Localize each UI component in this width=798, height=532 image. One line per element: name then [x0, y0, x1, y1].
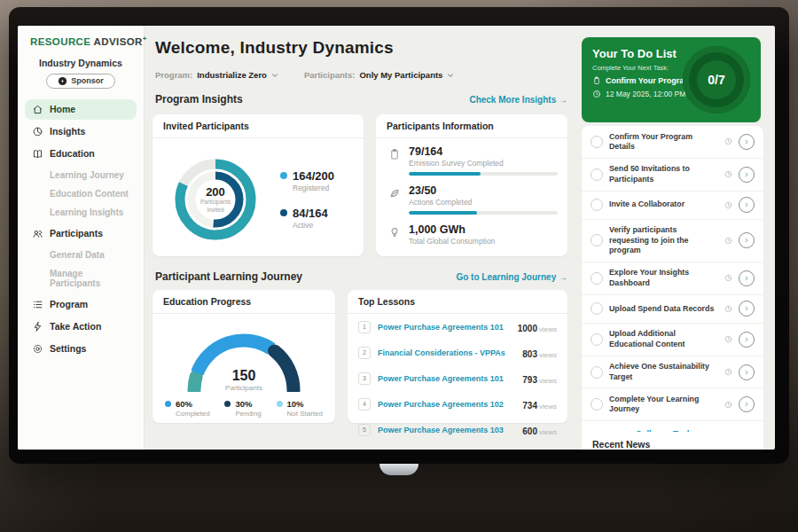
lesson-row: 4 Power Purchase Agreements 102 734views [348, 391, 567, 417]
filters-row: Program: Industrialize Zero Participants… [155, 70, 455, 80]
chevron-down-icon [270, 71, 279, 80]
sidebar-item-program[interactable]: Program [25, 294, 137, 315]
views-suffix: views [539, 377, 557, 385]
dashboard-screen: RESOURCE ADVISOR+ Industry Dynamics Spon… [18, 26, 775, 450]
sidebar-item-home[interactable]: Home [25, 99, 137, 120]
info-value: 1,000 GWh [409, 223, 495, 236]
clock-icon [724, 237, 732, 245]
task-open-button[interactable] [739, 197, 755, 213]
clipboard-icon [388, 148, 401, 160]
task-checkbox[interactable] [591, 366, 603, 379]
task-row[interactable]: Verify participants requesting to join t… [582, 220, 763, 262]
sidebar-item-learning-insights[interactable]: Learning Insights [25, 203, 137, 222]
education-total: 150 [168, 368, 319, 384]
program-dropdown[interactable]: Industrialize Zero [197, 70, 279, 80]
info-row-emission-survey: 79/164 Emission Survey Completed [388, 145, 555, 176]
lesson-row: 5 Power Purchase Agreements 103 600views [348, 417, 567, 442]
go-to-learning-journey-link[interactable]: Go to Learning Journey → [456, 272, 567, 282]
participants-filter-label: Participants: [304, 70, 356, 80]
lesson-link[interactable]: Power Purchase Agreements 103 [378, 426, 522, 434]
info-row-actions: 23/50 Actions Completed [388, 184, 555, 215]
task-open-button[interactable] [739, 332, 755, 348]
legend-label: Active [293, 221, 328, 230]
task-checkbox[interactable] [591, 234, 603, 246]
lesson-link[interactable]: Power Purchase Agreements 101 [378, 374, 522, 383]
sidebar-item-take-action[interactable]: Take Action [25, 317, 137, 337]
participants-dropdown[interactable]: Only My Participants [359, 70, 455, 80]
legend-item-not-started: 10% Not Started [277, 399, 323, 418]
arrow-right-icon: → [559, 272, 567, 282]
task-checkbox[interactable] [591, 272, 603, 285]
sidebar-nav: Home Insights Education Learning Journey… [18, 99, 144, 359]
task-row[interactable]: Upload Spend Data Records [582, 295, 763, 324]
task-checkbox[interactable] [591, 333, 603, 346]
legend-item-completed: 60% Completed [165, 399, 210, 418]
legend-dot [224, 401, 231, 407]
participants-filter: Participants: Only My Participants [304, 70, 456, 80]
app-logo: RESOURCE ADVISOR+ [18, 26, 144, 47]
progress-bar [409, 211, 558, 215]
lesson-link[interactable]: Power Purchase Agreements 101 [378, 323, 518, 332]
sidebar-item-learning-journey[interactable]: Learning Journey [25, 166, 137, 184]
clock-icon [724, 274, 732, 282]
legend-dot [277, 401, 283, 407]
task-row[interactable]: Achieve One Sustainability Target [582, 356, 763, 389]
views-suffix: views [539, 403, 557, 411]
task-row[interactable]: Send 50 Invitations to Participants [582, 159, 763, 192]
task-row[interactable]: Explore Your Insights Dashboard [582, 262, 763, 295]
legend-pct: 10% [287, 399, 323, 409]
lesson-link[interactable]: Power Purchase Agreements 102 [378, 400, 522, 409]
chevron-down-icon [446, 71, 455, 80]
invited-participants-card: Invited Participants 200 Participants In… [153, 114, 364, 256]
participants-dropdown-value: Only My Participants [359, 70, 442, 80]
sidebar-item-general-data[interactable]: General Data [25, 246, 137, 264]
task-open-button[interactable] [739, 270, 755, 286]
page-title: Welcome, Industry Dynamics [155, 38, 394, 58]
invited-legend: 164/200 Registered 84/164 Active [280, 169, 334, 230]
education-gauge-chart: 150 Participants [168, 321, 319, 392]
sidebar-item-education-content[interactable]: Education Content [25, 184, 137, 203]
task-open-button[interactable] [739, 167, 755, 183]
section-title: Participant Learning Journey [155, 270, 302, 283]
task-row[interactable]: Upload Additional Educational Content [582, 324, 763, 356]
task-open-button[interactable] [739, 232, 755, 248]
legend-dot [280, 209, 287, 216]
legend-pct: 30% [235, 399, 261, 409]
task-checkbox[interactable] [591, 136, 603, 148]
legend-value: 84/164 [293, 207, 328, 220]
sidebar-item-participants[interactable]: Participants [25, 223, 137, 244]
logo-plus: + [143, 35, 147, 43]
check-more-insights-link[interactable]: Check More Insights → [469, 95, 567, 105]
task-open-button[interactable] [739, 134, 755, 150]
task-row[interactable]: Invite a Collaborator [582, 192, 763, 220]
settings-icon [32, 343, 43, 355]
task-open-button[interactable] [739, 364, 755, 380]
card-title: Education Progress [153, 290, 335, 314]
program-insights-header: Program Insights Check More Insights → [155, 93, 567, 106]
info-value: 23/50 [409, 184, 558, 197]
sidebar-item-settings[interactable]: Settings [25, 339, 137, 359]
task-checkbox[interactable] [591, 398, 603, 411]
logo-primary: RESOURCE [30, 36, 90, 47]
sidebar-item-label: Participants [50, 228, 103, 239]
sidebar-item-insights[interactable]: Insights [25, 121, 137, 142]
task-label: Upload Additional Educational Content [609, 329, 718, 349]
task-row[interactable]: Confirm Your Program Details [582, 126, 763, 159]
lesson-views: 1000 [518, 324, 537, 333]
task-open-button[interactable] [739, 396, 755, 412]
card-title: Invited Participants [153, 114, 364, 138]
task-row[interactable]: Complete Your Learning Journey [582, 388, 763, 421]
lesson-views: 803 [522, 349, 537, 359]
sidebar-item-label: Settings [50, 343, 86, 354]
task-checkbox[interactable] [591, 302, 603, 315]
sidebar-item-manage-participants[interactable]: Manage Participants [25, 264, 137, 293]
task-checkbox[interactable] [591, 199, 603, 211]
task-checkbox[interactable] [591, 168, 603, 181]
legend-label: Registered [293, 184, 334, 192]
sidebar-item-label: Insights [50, 126, 85, 137]
clock-icon [724, 368, 732, 376]
sidebar-item-education[interactable]: Education [25, 144, 137, 164]
task-open-button[interactable] [739, 301, 755, 317]
clock-icon [724, 201, 732, 209]
lesson-link[interactable]: Financial Considerations - VPPAs [378, 348, 522, 357]
